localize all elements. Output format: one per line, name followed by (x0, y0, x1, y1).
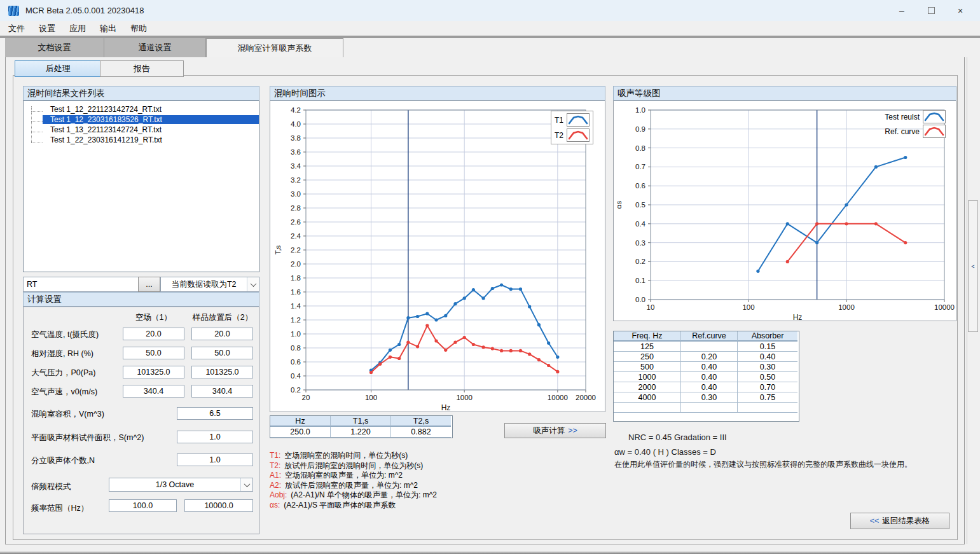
subtab-postprocess[interactable]: 后处理 (15, 60, 101, 77)
tab-0[interactable]: 文档设置 (5, 38, 104, 57)
grade-table-cell: 500 (614, 362, 681, 372)
minimize-button[interactable]: – (887, 0, 916, 21)
calc-field-empty-room[interactable] (123, 347, 184, 359)
grade-table-cell (738, 403, 797, 413)
svg-text:0.0: 0.0 (635, 296, 645, 303)
calc-field-empty-room[interactable] (123, 328, 184, 340)
definition-term: Aobj: (270, 490, 287, 499)
svg-text:0.4: 0.4 (635, 220, 646, 228)
file-list-panel-title: 混时间结果文件列表 (23, 86, 259, 100)
svg-text:4.2: 4.2 (291, 106, 301, 114)
menu-item-0[interactable]: 文件 (1, 23, 32, 34)
file-list-item[interactable]: Test 1_12_230316183526_RT.txt (31, 114, 259, 125)
freq-min-field[interactable] (109, 499, 177, 512)
window-title: MCR Beta 2.05.0.001 20230418 (25, 6, 144, 15)
calc-single-field[interactable] (177, 454, 253, 466)
absorb-calc-button[interactable]: 吸声计算 >> (504, 423, 606, 438)
grade-table-row (614, 403, 799, 413)
data-target-dropdown[interactable]: 当前数据读取为T2 (160, 277, 259, 292)
browse-button[interactable]: ... (138, 277, 160, 292)
aw-result: αw = 0.40 ( H ) Classes = D (614, 447, 716, 457)
svg-text:0.5: 0.5 (635, 201, 645, 209)
calc-field-with-sample[interactable] (191, 385, 253, 398)
grade-table-cell: 0.40 (681, 362, 738, 372)
back-button-label: 返回结果表格 (882, 516, 930, 527)
maximize-button[interactable] (916, 0, 946, 21)
tab-1[interactable]: 通道设置 (104, 38, 206, 57)
window-controls: – × (887, 0, 975, 21)
rt-file-list[interactable]: Test 1_12_221123142724_RT.txtTest 1_12_2… (23, 100, 259, 272)
svg-text:αs: αs (615, 201, 623, 209)
chevron-down-icon (250, 280, 256, 287)
grade-table-cell: 1000 (614, 372, 681, 382)
definition-term: T2: (270, 461, 280, 470)
cursor-table-cell: 0.882 (391, 427, 451, 438)
definition-line: A2:放试件后混响室的吸声量，单位为: m^2 (270, 480, 607, 490)
close-button[interactable]: × (946, 0, 975, 21)
dropdown-button[interactable] (247, 277, 259, 291)
calc-field-with-sample[interactable] (191, 366, 253, 378)
svg-text:10: 10 (647, 303, 655, 311)
menu-item-2[interactable]: 应用 (62, 23, 93, 34)
calc-settings-box: 空场（1） 样品放置后（2） 倍频程模式 1/3 Octave 频率范围（Hz）… (23, 307, 259, 534)
file-name: Test 1_13_221123142724_RT.txt (43, 125, 259, 134)
freq-max-field[interactable] (184, 499, 253, 512)
menu-item-4[interactable]: 帮助 (123, 23, 154, 34)
rt-name-input[interactable] (23, 277, 139, 292)
rt-chart[interactable]: 0.20.40.60.81.01.21.41.61.82.02.22.42.62… (270, 101, 605, 412)
file-name: Test 1_12_221123142724_RT.txt (43, 105, 259, 114)
grade-table-cell: 250 (614, 352, 681, 362)
svg-text:0.3: 0.3 (635, 239, 645, 247)
svg-text:T,s: T,s (274, 245, 282, 254)
svg-text:0.7: 0.7 (635, 163, 645, 170)
calc-single-label: 混响室容积，V(m^3) (31, 409, 104, 420)
svg-text:2.8: 2.8 (291, 204, 301, 212)
definition-text: (A2-A1)/N 单个物体的吸声量，单位为: m^2 (291, 490, 437, 499)
minimize-icon: – (899, 6, 904, 16)
maximize-icon (928, 7, 935, 14)
tree-branch-icon (31, 121, 43, 122)
dropdown-button[interactable] (240, 478, 252, 491)
calc-single-field[interactable] (177, 431, 253, 443)
definition-term: αs: (270, 501, 280, 509)
svg-text:Hz: Hz (793, 313, 803, 321)
calc-single-label: 分立吸声体个数,N (31, 455, 95, 466)
file-list-item[interactable]: Test 1_13_221123142724_RT.txt (31, 125, 259, 135)
legend-row: T2 (555, 128, 590, 142)
calc-single-field[interactable] (177, 407, 253, 420)
definition-line: A1:空场混响室的吸声量，单位为: m^2 (270, 470, 607, 480)
grade-table-row: 20000.400.70 (614, 382, 799, 392)
calc-field-with-sample[interactable] (191, 347, 253, 359)
collapse-panel-handle[interactable]: < (968, 200, 978, 332)
grade-chart-area: 0.00.10.20.30.40.50.60.70.80.91.01010010… (613, 100, 956, 321)
tab-2[interactable]: 混响室计算吸声系数 (206, 38, 343, 58)
grade-table-cell: 0.40 (738, 352, 797, 362)
right-edge-line (967, 57, 967, 544)
legend-curve-icon (923, 110, 946, 123)
calc-field-empty-room[interactable] (123, 385, 184, 398)
calc-field-with-sample[interactable] (191, 328, 253, 340)
svg-text:1.0: 1.0 (635, 106, 645, 114)
svg-text:10000: 10000 (934, 303, 955, 311)
back-to-results-button[interactable]: << 返回结果表格 (850, 513, 949, 529)
grade-table-cell: 0.70 (738, 382, 797, 392)
grade-table-cell: 0.30 (738, 362, 797, 372)
definition-text: 空场混响室的吸声量，单位为: m^2 (285, 471, 403, 480)
calc-single-label: 平面吸声材料试件面积，S(m^2) (31, 433, 144, 443)
subtab-report[interactable]: 报告 (100, 60, 184, 77)
octave-mode-dropdown[interactable]: 1/3 Octave (109, 478, 253, 492)
file-list-item[interactable]: Test 1_22_230316141219_RT.txt (31, 135, 259, 145)
grade-table-cell: 4000 (614, 392, 681, 403)
svg-text:20: 20 (302, 394, 310, 401)
menu-item-1[interactable]: 设置 (32, 23, 62, 34)
legend-label: Test reulst (885, 113, 920, 121)
file-list-item[interactable]: Test 1_12_221123142724_RT.txt (31, 104, 259, 114)
app-window: MCR Beta 2.05.0.001 20230418 – × 文件设置应用输… (0, 0, 980, 554)
menu-item-3[interactable]: 输出 (93, 23, 123, 34)
grade-table-cell: 0.20 (681, 352, 738, 362)
tab-strip: 文档设置通道设置混响室计算吸声系数 (5, 38, 343, 57)
legend-label: Ref. curve (885, 127, 920, 136)
cursor-table-row: 250.01.2200.882 (270, 427, 452, 438)
cursor-value-table: HzT1,sT2,s250.01.2200.882 (270, 415, 453, 438)
calc-field-empty-room[interactable] (123, 366, 184, 378)
